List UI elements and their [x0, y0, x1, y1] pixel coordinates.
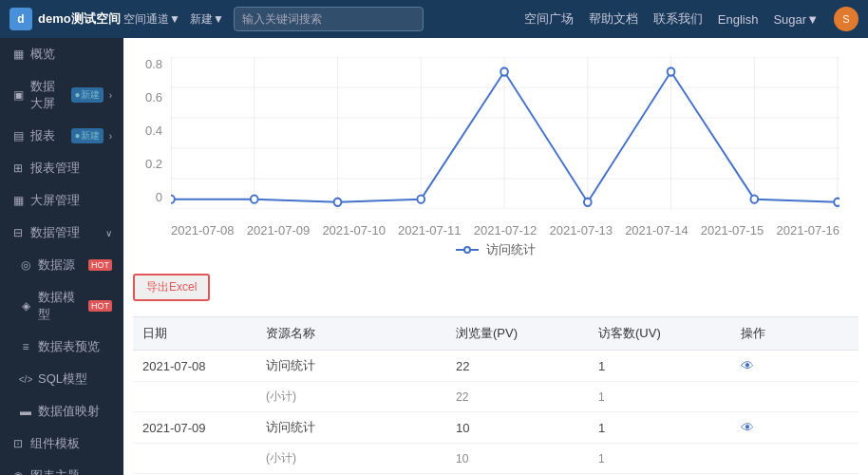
table-header: 日期 资源名称 浏览量(PV) 访客数(UV) 操作 — [133, 317, 859, 351]
cell-pv: 10 — [446, 444, 589, 474]
datamapping-icon: ▬ — [19, 405, 32, 418]
cell-date — [133, 382, 256, 412]
sidebar-item-datascreen[interactable]: ▣ 数据大屏 ●新建 › — [0, 70, 123, 120]
line-chart — [171, 57, 840, 209]
cell-date: 2021-07-09 — [133, 412, 256, 444]
cell-uv: 1 — [589, 351, 731, 382]
report-mgmt-icon: ⊞ — [11, 162, 25, 175]
top-navigation: d demo测试空间 空间通道▼ 新建▼ 空间广场 帮助文档 联系我们 Engl… — [0, 0, 868, 38]
sidebar-label-charttheme: 图表主题 — [30, 467, 112, 475]
sidebar-label-component: 组件模板 — [30, 435, 112, 452]
data-mgmt-icon: ⊟ — [11, 226, 25, 239]
legend-dot — [463, 246, 471, 254]
sidebar-label-data-mgmt: 数据管理 — [30, 224, 100, 241]
svg-point-16 — [251, 196, 258, 203]
chart-container: 0.8 0.6 0.4 0.2 0 2021-07-08 2021-07-09 … — [133, 48, 859, 238]
logo-icon: d — [9, 8, 32, 30]
col-header-resource: 资源名称 — [256, 317, 446, 351]
sidebar-item-data-mgmt[interactable]: ⊟ 数据管理 ∨ — [0, 217, 123, 249]
view-icon[interactable]: 👁 — [741, 358, 754, 373]
avatar[interactable]: S — [834, 7, 859, 31]
cell-uv: 1 — [589, 412, 731, 444]
new-btn-datascreen[interactable]: ●新建 — [71, 87, 104, 103]
sidebar-label-datascreen: 数据大屏 — [30, 78, 66, 112]
logo-area: d demo测试空间 — [9, 8, 123, 30]
table-row: (小计)101 — [133, 444, 859, 474]
sidebar-item-datamapping[interactable]: ▬ 数据值映射 — [0, 395, 123, 428]
cell-action — [731, 382, 859, 412]
x-label-5: 2021-07-13 — [549, 223, 613, 238]
svg-point-15 — [171, 196, 175, 203]
datascreen-icon: ▣ — [11, 88, 25, 102]
sidebar-item-tablepreview[interactable]: ≡ 数据表预览 — [0, 331, 123, 363]
sidebar-item-datamodel[interactable]: ◈ 数据模型 HOT — [0, 281, 123, 331]
report-icon: ▤ — [11, 129, 25, 142]
cell-pv: 22 — [446, 351, 589, 382]
nav-sugar[interactable]: Sugar▼ — [773, 12, 819, 27]
hot-badge-datasource: HOT — [88, 259, 112, 271]
nav-new[interactable]: 新建▼ — [190, 11, 224, 28]
sidebar-label-report-mgmt: 报表管理 — [30, 160, 112, 177]
table-body: 2021-07-08访问统计221👁(小计)2212021-07-09访问统计1… — [133, 351, 859, 476]
nav-space-channel[interactable]: 空间通道▼ — [123, 11, 180, 28]
sidebar-label-sqlmodel: SQL模型 — [38, 370, 112, 388]
svg-point-22 — [750, 196, 758, 203]
sidebar-label-datamapping: 数据值映射 — [38, 403, 112, 420]
cell-date: 2021-07-08 — [133, 351, 256, 382]
x-label-7: 2021-07-15 — [701, 223, 764, 238]
x-label-2: 2021-07-10 — [322, 223, 386, 238]
y-label-06: 0.6 — [133, 90, 162, 104]
overview-icon: ▦ — [11, 48, 25, 61]
y-label-0: 0 — [133, 190, 162, 204]
cell-pv: 22 — [446, 382, 589, 412]
col-header-date: 日期 — [133, 317, 256, 351]
x-label-6: 2021-07-14 — [625, 223, 689, 238]
datasource-icon: ◎ — [19, 258, 32, 272]
nav-help[interactable]: 帮助文档 — [589, 10, 638, 28]
cell-action — [731, 444, 859, 474]
sidebar-label-overview: 概览 — [30, 46, 112, 63]
sidebar-item-charttheme[interactable]: ◉ 图表主题 — [0, 460, 123, 475]
cell-resource: (小计) — [256, 444, 446, 474]
nav-middle: 空间通道▼ 新建▼ — [123, 7, 524, 31]
nav-space-plaza[interactable]: 空间广场 — [524, 10, 574, 28]
sidebar-label-datamodel: 数据模型 — [38, 289, 81, 323]
cell-resource: (小计) — [256, 382, 446, 412]
nav-english[interactable]: English — [718, 12, 759, 27]
view-icon[interactable]: 👁 — [741, 420, 754, 435]
svg-point-21 — [668, 67, 675, 75]
table-row: 2021-07-09访问统计101👁 — [133, 412, 859, 444]
y-label-04: 0.4 — [133, 124, 162, 138]
nav-contact[interactable]: 联系我们 — [653, 10, 703, 28]
sidebar-item-report-mgmt[interactable]: ⊞ 报表管理 — [0, 152, 123, 184]
export-excel-button[interactable]: 导出Excel — [133, 274, 210, 301]
component-icon: ⊡ — [11, 437, 25, 450]
sidebar-item-sqlmodel[interactable]: </> SQL模型 — [0, 363, 123, 395]
sidebar-label-tablepreview: 数据表预览 — [38, 338, 112, 355]
sidebar-item-report[interactable]: ▤ 报表 ●新建 › — [0, 120, 123, 152]
search-input[interactable] — [234, 7, 424, 31]
cell-action: 👁 — [731, 412, 859, 444]
sidebar-item-overview[interactable]: ▦ 概览 — [0, 38, 123, 70]
workspace-title: demo测试空间 — [38, 10, 121, 28]
sidebar-label-screen-mgmt: 大屏管理 — [30, 192, 112, 209]
cell-resource: 访问统计 — [256, 351, 446, 382]
chevron-datascreen: › — [109, 90, 112, 101]
datamodel-icon: ◈ — [19, 299, 32, 313]
cell-pv: 10 — [446, 412, 589, 444]
cell-resource: 访问统计 — [256, 412, 446, 444]
new-btn-report[interactable]: ●新建 — [71, 128, 104, 143]
x-label-8: 2021-07-16 — [777, 223, 840, 238]
sidebar-item-datasource[interactable]: ◎ 数据源 HOT — [0, 249, 123, 281]
svg-point-18 — [417, 196, 425, 203]
sidebar-label-datasource: 数据源 — [38, 256, 81, 274]
y-label-08: 0.8 — [133, 57, 162, 71]
cell-action: 👁 — [731, 351, 859, 382]
sidebar-item-screen-mgmt[interactable]: ▦ 大屏管理 — [0, 184, 123, 217]
chart-legend: 访问统计 — [133, 241, 859, 258]
sidebar-item-component[interactable]: ⊡ 组件模板 — [0, 428, 123, 460]
export-area: 导出Excel — [133, 266, 859, 309]
cell-date — [133, 444, 256, 474]
chevron-data-mgmt: ∨ — [105, 228, 112, 238]
cell-uv: 1 — [589, 382, 731, 412]
